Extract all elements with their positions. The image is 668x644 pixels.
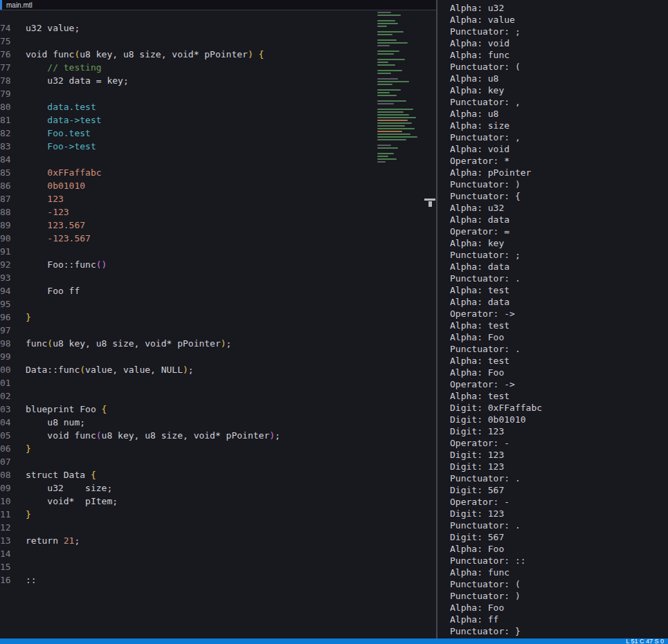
code-line[interactable]: 82 Foo.test (0, 127, 436, 140)
line-number[interactable]: 83 (0, 140, 10, 153)
code-line[interactable]: 04 u8 num; (0, 416, 436, 429)
code-line[interactable]: 07 (0, 455, 436, 468)
token-item: Punctuator: . (450, 519, 668, 531)
code-line[interactable]: 96} (0, 311, 436, 324)
code-line[interactable]: 74u32 value; (0, 21, 436, 35)
line-number[interactable]: 74 (0, 21, 10, 35)
code-line[interactable]: 05 void func(u8 key, u8 size, void* pPoi… (0, 429, 436, 442)
minimap-line (377, 86, 423, 88)
code-line[interactable]: 99 (0, 350, 436, 363)
code-line[interactable]: 88 -123 (0, 205, 436, 219)
code-line[interactable]: 15 (0, 560, 436, 573)
line-number[interactable]: 12 (0, 521, 10, 534)
code-line[interactable]: 85 0xFFaffabc (0, 166, 436, 179)
token-list[interactable]: Alpha: u32Alpha: valuePunctuator: ;Alpha… (437, 0, 668, 638)
line-number[interactable]: 08 (0, 468, 10, 481)
line-number[interactable]: 79 (0, 87, 10, 100)
line-number[interactable]: 89 (0, 219, 10, 232)
line-number[interactable]: 98 (0, 337, 10, 350)
line-number[interactable]: 04 (0, 416, 10, 429)
code-line[interactable]: 00Data::func(value, value, NULL); (0, 363, 436, 376)
line-number[interactable]: 10 (0, 495, 10, 508)
line-number[interactable]: 76 (0, 48, 10, 61)
code-line[interactable]: 09 u32 size; (0, 481, 436, 495)
code-line[interactable]: 93 (0, 271, 436, 284)
minimap-line (377, 125, 405, 127)
line-number[interactable]: 92 (0, 258, 10, 271)
code-text: Data::func(value, value, NULL); (26, 363, 194, 376)
code-line[interactable]: 97 (0, 324, 436, 337)
code-line[interactable]: 80 data.test (0, 100, 436, 113)
code-line[interactable]: 83 Foo->test (0, 140, 436, 153)
code-line[interactable]: 06} (0, 442, 436, 455)
code-token: :: (26, 575, 37, 585)
code-line[interactable]: 95 (0, 297, 436, 311)
code-editor[interactable]: 74u32 value;7576void func(u8 key, u8 siz… (0, 10, 436, 638)
code-line[interactable]: 76void func(u8 key, u8 size, void* pPoin… (0, 48, 436, 61)
code-line[interactable]: 89 123.567 (0, 219, 436, 232)
line-number[interactable]: 77 (0, 61, 10, 74)
scroll-marker[interactable] (424, 199, 435, 207)
line-number[interactable]: 03 (0, 403, 10, 416)
line-number[interactable]: 00 (0, 363, 10, 376)
cursor-position[interactable]: L 51 C 47 S 0 (626, 638, 664, 644)
line-number[interactable]: 78 (0, 74, 10, 87)
line-number[interactable]: 91 (0, 245, 10, 258)
code-line[interactable]: 92 Foo::func() (0, 258, 436, 271)
code-line[interactable]: 11} (0, 508, 436, 521)
line-number[interactable]: 09 (0, 481, 10, 495)
code-line[interactable]: 98func(u8 key, u8 size, void* pPointer); (0, 337, 436, 350)
minimap-line (377, 34, 392, 35)
code-line[interactable]: 03blueprint Foo { (0, 403, 436, 416)
line-number[interactable]: 82 (0, 127, 10, 140)
line-number[interactable]: 02 (0, 389, 10, 403)
code-line[interactable]: 13return 21; (0, 534, 436, 547)
line-number[interactable]: 88 (0, 205, 10, 219)
code-line[interactable]: 91 (0, 245, 436, 258)
line-number[interactable]: 15 (0, 560, 10, 573)
code-line[interactable]: 12 (0, 521, 436, 534)
line-number[interactable]: 99 (0, 350, 10, 363)
code-line[interactable]: 79 (0, 87, 436, 100)
line-number[interactable]: 80 (0, 100, 10, 113)
line-number[interactable]: 95 (0, 297, 10, 311)
line-number[interactable]: 14 (0, 547, 10, 560)
line-number[interactable]: 96 (0, 311, 10, 324)
code-line[interactable]: 86 0b01010 (0, 179, 436, 192)
code-line[interactable]: 02 (0, 389, 436, 403)
code-line[interactable]: 87 123 (0, 192, 436, 205)
line-number[interactable]: 01 (0, 376, 10, 389)
code-line[interactable]: 84 (0, 153, 436, 166)
code-line[interactable]: 01 (0, 376, 436, 389)
line-number[interactable]: 90 (0, 232, 10, 245)
code-text: data->test (26, 113, 102, 127)
code-token (26, 141, 47, 151)
line-number[interactable]: 16 (0, 573, 10, 587)
code-line[interactable]: 81 data->test (0, 113, 436, 127)
line-number[interactable]: 86 (0, 179, 10, 192)
line-number[interactable]: 05 (0, 429, 10, 442)
line-number[interactable]: 87 (0, 192, 10, 205)
code-line[interactable]: 08struct Data { (0, 468, 436, 481)
line-number[interactable]: 85 (0, 166, 10, 179)
line-number[interactable]: 81 (0, 113, 10, 127)
code-line[interactable]: 14 (0, 547, 436, 560)
code-line[interactable]: 94 Foo ff (0, 284, 436, 297)
line-number[interactable]: 07 (0, 455, 10, 468)
code-line[interactable]: 78 u32 data = key; (0, 74, 436, 87)
line-number[interactable]: 97 (0, 324, 10, 337)
minimap[interactable] (377, 12, 423, 164)
line-number[interactable]: 84 (0, 153, 10, 166)
code-line[interactable]: 10 void* pItem; (0, 495, 436, 508)
code-line[interactable]: 77 // testing (0, 61, 436, 74)
tab-main-mtl[interactable]: main.mtl (0, 0, 42, 10)
line-number[interactable]: 75 (0, 35, 10, 48)
line-number[interactable]: 11 (0, 508, 10, 521)
line-number[interactable]: 06 (0, 442, 10, 455)
code-line[interactable]: 16:: (0, 573, 436, 587)
line-number[interactable]: 93 (0, 271, 10, 284)
code-line[interactable]: 75 (0, 35, 436, 48)
line-number[interactable]: 94 (0, 284, 10, 297)
code-line[interactable]: 90 -123.567 (0, 232, 436, 245)
line-number[interactable]: 13 (0, 534, 10, 547)
